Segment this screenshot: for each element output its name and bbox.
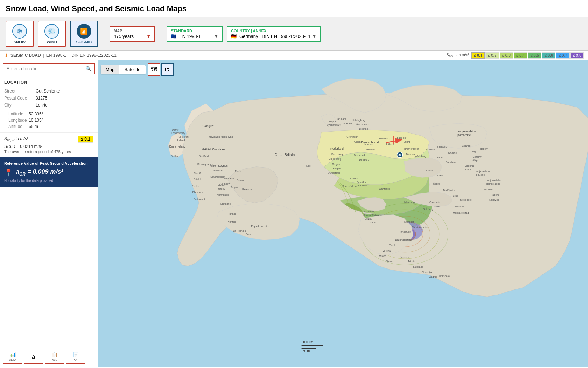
svg-text:Normandie: Normandie — [217, 193, 229, 196]
svg-text:Praha: Praha — [426, 169, 433, 172]
svg-text:Swindon: Swindon — [213, 169, 223, 172]
svg-text:Belgien: Belgien — [333, 167, 341, 170]
legend-item-06[interactable]: ≤ 0.6 — [542, 52, 555, 59]
svg-text:Dunkerque: Dunkerque — [328, 171, 340, 175]
legend-item-02[interactable]: ≤ 0.2 — [485, 52, 499, 59]
ref-formula: aGR = 0.009 m/s² — [16, 168, 63, 177]
seismic-icon: 📶 — [77, 24, 91, 39]
status-load-type: SEISMIC LOAD — [10, 53, 41, 58]
svg-text:pomorskie: pomorskie — [457, 134, 471, 137]
location-street-value: Gut Schierke — [36, 89, 60, 94]
search-input[interactable] — [6, 66, 85, 71]
map-dropdown-value: 475 years — [114, 34, 134, 39]
svg-text:Svizra: Svizra — [365, 217, 372, 220]
svg-text:Suisse/Svizzera: Suisse/Svizzera — [364, 214, 382, 217]
svg-text:Hamburg: Hamburg — [379, 137, 390, 140]
seismic-tool-button[interactable]: 📶 SEISMIC — [70, 21, 98, 47]
svg-text:Jersey: Jersey — [218, 187, 225, 190]
toolbar-sep-2 — [161, 23, 161, 45]
svg-text:województwo: województwo — [487, 179, 502, 182]
print-button[interactable]: 🖨 — [24, 349, 43, 364]
pdf-button[interactable]: 📄 PDF — [66, 349, 85, 364]
snow-label: SNOW — [14, 40, 26, 44]
standard-dropdown[interactable]: STANDARD 🇪🇺 EN 1998-1 ▼ — [167, 26, 223, 42]
wind-icon: 💨 — [44, 24, 59, 39]
svg-text:Stralsund: Stralsund — [437, 145, 447, 148]
wind-tool-button[interactable]: 💨 WIND — [38, 21, 66, 47]
map-tab-map[interactable]: Map — [101, 65, 119, 74]
snow-tool-button[interactable]: ❄ SNOW — [6, 21, 34, 47]
sap-header: Sap, R in m/s² ≤ 0.1 — [4, 136, 93, 143]
legend-item-01[interactable]: ≤ 0.1 — [471, 52, 485, 59]
country-dropdown-label: COUNTRY | ANNEX — [231, 29, 316, 33]
location-city-value: Lehrte — [36, 103, 48, 108]
svg-text:Portsmouth: Portsmouth — [194, 198, 206, 201]
legend-bar: Sap, R in m/s² ≤ 0.1 ≤ 0.2 ≤ 0.3 ≤ 0.4 ≤… — [447, 52, 584, 59]
altitude-value: 65 m — [29, 124, 38, 129]
legend-item-08[interactable]: ≤ 0.8 — [570, 52, 584, 59]
svg-text:Bretagne: Bretagne — [220, 202, 231, 205]
country-dropdown[interactable]: COUNTRY | ANNEX 🇩🇪 Germany | DIN EN 1998… — [227, 26, 321, 42]
svg-text:Zielona: Zielona — [465, 164, 474, 168]
svg-text:Köbenhavn: Köbenhavn — [356, 123, 368, 126]
status-bar: ⬇ SEISMIC LOAD | EN 1998-1 | DIN EN 1998… — [0, 51, 588, 60]
svg-text:Great Britain: Great Britain — [274, 153, 295, 157]
xls-icon: 📋 — [52, 352, 58, 357]
legend-item-05[interactable]: ≤ 0.5 — [528, 52, 541, 59]
legend-item-04[interactable]: ≤ 0.4 — [514, 52, 527, 59]
svg-text:Torino: Torino — [386, 260, 393, 263]
svg-text:Trento: Trento — [389, 244, 397, 247]
svg-text:Wrocław: Wrocław — [483, 188, 493, 191]
map-tab-satellite[interactable]: Satellite — [119, 65, 145, 74]
svg-text:Magyarország: Magyarország — [453, 211, 469, 214]
svg-text:Radom: Radom — [480, 147, 488, 150]
map-area[interactable]: Map Satellite 🗺 🗂 — [98, 60, 588, 367]
svg-text:München: München — [404, 220, 415, 223]
sap-value: Sₐp,R = 0.0214 m/s² — [4, 144, 93, 149]
svg-text:Česko: Česko — [433, 182, 440, 185]
svg-text:Middelburg: Middelburg — [329, 157, 341, 161]
map-icon-google[interactable]: 🗺 — [148, 63, 160, 76]
sap-title: Sap, R in m/s² — [4, 136, 28, 142]
map-icon-layers[interactable]: 🗂 — [161, 63, 174, 76]
svg-text:Cardiff: Cardiff — [194, 172, 201, 175]
svg-text:Wlkp: Wlkp — [472, 159, 478, 162]
svg-text:La Rochelle: La Rochelle — [233, 229, 246, 232]
svg-text:Oberösterreich: Oberösterreich — [412, 226, 428, 229]
svg-text:Milano: Milano — [379, 254, 386, 258]
map-dropdown-label: MAP — [114, 29, 151, 33]
legend-item-03[interactable]: ≤ 0.3 — [500, 52, 513, 59]
svg-text:Budějovice: Budějovice — [443, 189, 455, 192]
svg-text:Éire / Ireland: Éire / Ireland — [169, 145, 186, 148]
legend-item-07[interactable]: ≤ 0.7 — [556, 52, 569, 59]
svg-text:Schweiz/: Schweiz/ — [364, 210, 374, 213]
location-city-row: City Lehrte — [4, 102, 93, 109]
svg-text:województwo: województwo — [458, 130, 477, 133]
svg-text:Lübecker: Lübecker — [397, 136, 407, 139]
svg-text:Bielefeld: Bielefeld — [366, 148, 376, 151]
map-dropdown[interactable]: MAP 475 years ▼ — [110, 26, 155, 42]
svg-text:Danmark: Danmark — [336, 117, 346, 121]
latitude-key: Latitude — [4, 111, 29, 116]
svg-text:Salzburg: Salzburg — [423, 207, 433, 211]
location-search-box[interactable]: 🔍 — [3, 63, 95, 74]
svg-text:Góra: Góra — [465, 168, 471, 171]
location-pin-icon: 📍 — [4, 168, 13, 177]
svg-text:Pays de la Loire: Pays de la Loire — [251, 225, 270, 228]
export-beta-icon: 📊 — [10, 352, 16, 357]
xls-button[interactable]: 📋 XLS — [45, 349, 64, 364]
export-beta-button[interactable]: 📊 BETA — [3, 349, 22, 364]
svg-text:Derry/: Derry/ — [172, 128, 179, 131]
svg-text:Syddanmark: Syddanmark — [327, 123, 341, 127]
svg-text:Gorzów: Gorzów — [473, 155, 482, 158]
svg-text:Zagreb: Zagreb — [429, 275, 438, 278]
map-svg[interactable]: United Kingdom Glasgow Newcastle upon Ty… — [98, 60, 588, 367]
svg-rect-131 — [302, 345, 323, 346]
location-postal-key: Postal Code — [4, 96, 36, 101]
toolbar-sep-1 — [104, 23, 104, 45]
xls-label: XLS — [52, 358, 57, 361]
svg-text:Birmingham: Birmingham — [197, 163, 211, 166]
svg-text:Rostock: Rostock — [426, 148, 435, 151]
svg-text:Brest: Brest — [246, 233, 252, 236]
svg-text:Reims: Reims — [237, 179, 244, 182]
